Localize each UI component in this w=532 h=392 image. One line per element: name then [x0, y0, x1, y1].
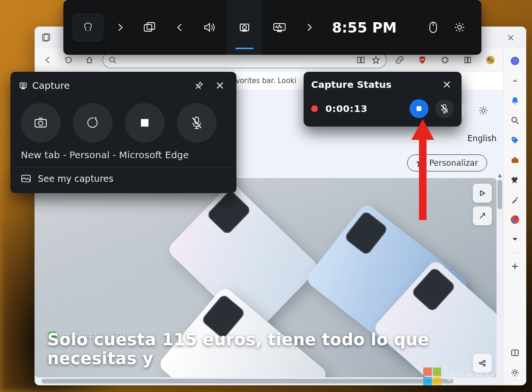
hero-play-button[interactable] — [473, 184, 492, 203]
watermark-logo-icon — [423, 367, 441, 385]
hero-expand-button[interactable] — [473, 206, 492, 225]
read-aloud-icon[interactable] — [357, 56, 366, 64]
svg-point-18 — [512, 118, 516, 122]
bell-icon[interactable] — [508, 94, 522, 107]
stop-record-button[interactable] — [125, 103, 165, 143]
games-icon[interactable] — [508, 173, 522, 187]
svg-rect-36 — [35, 119, 46, 127]
office-icon[interactable] — [508, 213, 522, 226]
language-label[interactable]: English — [468, 134, 497, 143]
see-captures-link[interactable]: See my captures — [10, 167, 236, 190]
gb-nav-next2-icon[interactable] — [297, 23, 322, 32]
record-last-button[interactable] — [73, 103, 113, 143]
vertical-scrollbar[interactable] — [497, 178, 503, 377]
svg-rect-5 — [468, 57, 471, 63]
recording-indicator-icon — [311, 105, 318, 112]
favorites-bar-text: vorites bar. Looki — [235, 77, 296, 85]
collapse-up-icon[interactable] — [508, 74, 522, 87]
gamebar-clock: 8:55 PM — [322, 19, 407, 36]
svg-point-13 — [480, 362, 481, 364]
svg-rect-24 — [144, 25, 152, 31]
svg-rect-41 — [417, 106, 421, 111]
svg-point-34 — [22, 84, 25, 86]
svg-rect-3 — [420, 59, 424, 60]
svg-point-6 — [486, 56, 495, 64]
svg-point-12 — [482, 109, 485, 112]
performance-button[interactable] — [262, 0, 297, 55]
svg-point-19 — [513, 138, 514, 140]
pinned-widget-chip[interactable] — [73, 14, 103, 41]
svg-rect-4 — [465, 57, 467, 63]
svg-point-32 — [458, 26, 462, 29]
capture-subtitle: New tab - Personal - Microsoft Edge — [10, 149, 236, 167]
favorite-star-icon[interactable] — [372, 56, 380, 64]
personalize-label: Personalizar — [429, 158, 478, 168]
mouse-icon[interactable] — [422, 16, 445, 39]
search-icon — [109, 56, 116, 64]
xbox-game-bar: 8:55 PM — [63, 0, 481, 55]
svg-point-8 — [490, 60, 493, 62]
scroll-up-button[interactable]: ▴ — [497, 171, 503, 178]
expand-down-icon[interactable] — [508, 233, 522, 246]
watermark: WinBuzzer — [423, 367, 526, 385]
capture-button[interactable] — [227, 0, 262, 55]
svg-point-7 — [488, 58, 490, 60]
status-stop-button[interactable] — [410, 99, 428, 118]
edge-sidebar — [503, 49, 526, 385]
recording-timer: 0:00:13 — [325, 103, 367, 114]
search-sidebar-icon[interactable] — [508, 114, 522, 127]
capture-status-title: Capture Status — [311, 79, 392, 90]
svg-rect-28 — [243, 30, 246, 31]
svg-rect-21 — [514, 157, 516, 159]
briefcase-icon[interactable] — [508, 153, 522, 167]
capture-title-icon — [19, 81, 27, 90]
gallery-icon — [21, 174, 31, 183]
gb-nav-next-icon[interactable] — [108, 23, 132, 32]
audio-button[interactable] — [192, 0, 227, 55]
add-sidebar-icon[interactable] — [508, 260, 522, 273]
watermark-text: WinBuzzer — [445, 369, 526, 384]
svg-rect-20 — [512, 159, 518, 163]
svg-rect-38 — [141, 119, 148, 127]
svg-point-14 — [483, 360, 485, 362]
personalize-button[interactable]: Personalizar — [407, 154, 487, 171]
vertical-tabs-button[interactable] — [39, 30, 54, 45]
svg-rect-25 — [147, 23, 155, 29]
news-hero[interactable]: Andro4all · 2d Solo cuesta 115 euros, ti… — [35, 178, 497, 377]
split-screen-icon[interactable] — [508, 346, 522, 359]
status-mic-off-button[interactable] — [435, 99, 454, 118]
status-close-icon[interactable] — [439, 77, 455, 93]
svg-point-17 — [513, 59, 517, 63]
copilot-icon[interactable] — [508, 54, 522, 68]
nav-back-button[interactable] — [40, 52, 56, 68]
sidebar-separator — [509, 253, 521, 253]
hero-title: Solo cuesta 115 euros, tiene todo lo que… — [47, 330, 435, 368]
widgets-button[interactable] — [132, 0, 167, 55]
svg-point-27 — [243, 26, 246, 29]
capture-status-panel: Capture Status 0:00:13 — [304, 72, 462, 127]
svg-point-37 — [39, 121, 43, 126]
tools-icon[interactable] — [508, 193, 522, 206]
see-captures-label: See my captures — [38, 173, 113, 184]
svg-point-15 — [483, 364, 485, 366]
capture-panel: Capture New tab - Personal - Microsoft E… — [10, 72, 236, 193]
capture-title: Capture — [32, 80, 70, 91]
profile-avatar[interactable] — [482, 52, 498, 68]
page-settings-button[interactable] — [474, 101, 493, 120]
shopping-tag-icon[interactable] — [508, 134, 522, 147]
gamebar-settings-icon[interactable] — [448, 16, 471, 39]
close-icon[interactable] — [212, 77, 228, 94]
svg-rect-35 — [22, 88, 25, 89]
svg-rect-30 — [278, 31, 281, 32]
star-plus-icon — [416, 159, 425, 167]
svg-point-2 — [110, 57, 114, 62]
gb-nav-prev-icon[interactable] — [167, 23, 192, 32]
mic-off-button[interactable] — [177, 103, 217, 143]
pin-icon[interactable] — [191, 77, 207, 94]
svg-rect-33 — [20, 83, 26, 88]
screenshot-button[interactable] — [21, 103, 61, 143]
window-close-button[interactable] — [500, 29, 521, 46]
